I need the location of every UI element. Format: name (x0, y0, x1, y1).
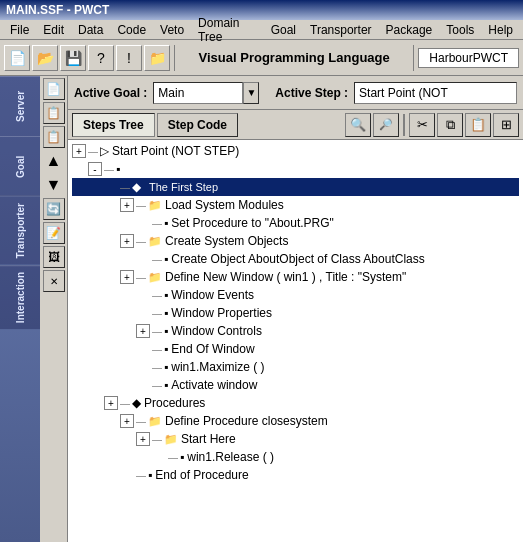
node-text: win1.Maximize ( ) (171, 360, 264, 374)
menu-bar: File Edit Data Code Veto Domain Tree Goa… (0, 20, 523, 40)
icon-arrow-down[interactable]: ▼ (43, 174, 65, 196)
sidebar-goal[interactable]: Goal (0, 136, 40, 196)
icon-close[interactable]: ✕ (43, 270, 65, 292)
tree-node[interactable]: —▪win1.Release ( ) (72, 448, 519, 466)
icon-arrow-up[interactable]: ▲ (43, 150, 65, 172)
help-btn[interactable]: ? (88, 45, 114, 71)
menu-goal[interactable]: Goal (265, 22, 302, 38)
icon-copy2[interactable]: 📋 (43, 126, 65, 148)
menu-code[interactable]: Code (111, 22, 152, 38)
tree-node[interactable]: —◆The First Step (72, 178, 519, 196)
goal-dropdown[interactable]: Main (153, 82, 243, 104)
active-row: Active Goal : Main ▼ Active Step : Start… (68, 76, 523, 110)
tree-node[interactable]: +—📁Define New Window ( win1 ) , Title : … (72, 268, 519, 286)
tree-node[interactable]: +—📁Start Here (72, 430, 519, 448)
tree-node[interactable]: —▪Create Object AboutObject of Class Abo… (72, 250, 519, 268)
icon-new-doc[interactable]: 📄 (43, 78, 65, 100)
menu-edit[interactable]: Edit (37, 22, 70, 38)
folder-icon: 📁 (148, 415, 162, 428)
tree-node[interactable]: —▪Window Events (72, 286, 519, 304)
tree-toggle[interactable]: + (120, 270, 134, 284)
save-btn[interactable]: 💾 (60, 45, 86, 71)
tree-node[interactable]: —▪Activate window (72, 376, 519, 394)
tree-connector: — (120, 398, 130, 409)
step-value: Start Point (NOT (354, 82, 517, 104)
node-text: Activate window (171, 378, 257, 392)
node-text: Create System Objects (165, 234, 288, 248)
node-text: win1.Release ( ) (187, 450, 274, 464)
node-icon: ▪ (148, 468, 152, 482)
copy-btn[interactable]: ⧉ (437, 113, 463, 137)
node-text: Window Events (171, 288, 254, 302)
tree-connector: — (152, 344, 162, 355)
tree-node[interactable]: —▪End of Procedure (72, 466, 519, 484)
tree-spacer (104, 180, 118, 194)
tree-toggle[interactable]: + (120, 234, 134, 248)
sidebar-interaction[interactable]: Interaction (0, 265, 40, 329)
tree-node[interactable]: +—📁Define Procedure closesystem (72, 412, 519, 430)
tree-node[interactable]: +—📁Create System Objects (72, 232, 519, 250)
tree-node[interactable]: +—📁Load System Modules (72, 196, 519, 214)
tab-steps-tree[interactable]: Steps Tree (72, 113, 155, 137)
tree-toggle[interactable]: + (72, 144, 86, 158)
tree-node[interactable]: +—◆Procedures (72, 394, 519, 412)
step-icon: ◆ (132, 180, 141, 194)
tree-connector: — (152, 308, 162, 319)
icon-edit[interactable]: 📝 (43, 222, 65, 244)
menu-data[interactable]: Data (72, 22, 109, 38)
menu-help[interactable]: Help (482, 22, 519, 38)
tree-connector: — (88, 146, 98, 157)
tree-toggle[interactable]: + (120, 414, 134, 428)
tree-connector: — (152, 434, 162, 445)
folder-open-btn[interactable]: 📁 (144, 45, 170, 71)
tree-toggle[interactable]: - (88, 162, 102, 176)
node-icon: ▪ (164, 342, 168, 356)
menu-veto[interactable]: Veto (154, 22, 190, 38)
menu-transporter[interactable]: Transporter (304, 22, 378, 38)
node-icon: ▪ (164, 216, 168, 230)
open-btn[interactable]: 📂 (32, 45, 58, 71)
tree-node[interactable]: —▪Set Procedure to "About.PRG" (72, 214, 519, 232)
tree-node[interactable]: —▪win1.Maximize ( ) (72, 358, 519, 376)
tree-toggle[interactable]: + (104, 396, 118, 410)
tree-node[interactable]: —▪Window Properties (72, 304, 519, 322)
harbour-tab[interactable]: HarbourPWCT (418, 48, 519, 68)
tree-toggle[interactable]: + (136, 324, 150, 338)
icon-copy1[interactable]: 📋 (43, 102, 65, 124)
tree-node[interactable]: +—▪Window Controls (72, 322, 519, 340)
menu-file[interactable]: File (4, 22, 35, 38)
icon-image[interactable]: 🖼 (43, 246, 65, 268)
folder-icon: 📁 (148, 235, 162, 248)
tree-node[interactable]: -—▪ (72, 160, 519, 178)
node-text: Window Controls (171, 324, 262, 338)
special-btn[interactable]: ⊞ (493, 113, 519, 137)
tree-connector: — (152, 254, 162, 265)
icon-refresh[interactable]: 🔄 (43, 198, 65, 220)
tree-toggle[interactable]: + (120, 198, 134, 212)
zoom-out-btn[interactable]: 🔎 (373, 113, 399, 137)
tree-connector: — (152, 362, 162, 373)
tree-connector: — (152, 218, 162, 229)
tree-spacer (152, 450, 166, 464)
goal-dropdown-arrow[interactable]: ▼ (243, 82, 259, 104)
new-btn[interactable]: 📄 (4, 45, 30, 71)
tree-area[interactable]: +—▷Start Point (NOT STEP)-—▪—◆The First … (68, 140, 523, 542)
cut-btn[interactable]: ✂ (409, 113, 435, 137)
paste-btn[interactable]: 📋 (465, 113, 491, 137)
folder-icon: 📁 (148, 199, 162, 212)
menu-tools[interactable]: Tools (440, 22, 480, 38)
menu-package[interactable]: Package (380, 22, 439, 38)
exclaim-btn[interactable]: ! (116, 45, 142, 71)
step-label: Active Step : (275, 86, 348, 100)
tree-connector: — (136, 416, 146, 427)
menu-domain-tree[interactable]: Domain Tree (192, 15, 263, 45)
tree-node[interactable]: +—▷Start Point (NOT STEP) (72, 142, 519, 160)
tree-spacer (136, 342, 150, 356)
tree-node[interactable]: —▪End Of Window (72, 340, 519, 358)
tree-toggle[interactable]: + (136, 432, 150, 446)
sidebar-server[interactable]: Server (0, 76, 40, 136)
tab-step-code[interactable]: Step Code (157, 113, 238, 137)
sidebar-transporter[interactable]: Transporter (0, 196, 40, 265)
zoom-in-btn[interactable]: 🔍 (345, 113, 371, 137)
proc-icon: ◆ (132, 396, 141, 410)
